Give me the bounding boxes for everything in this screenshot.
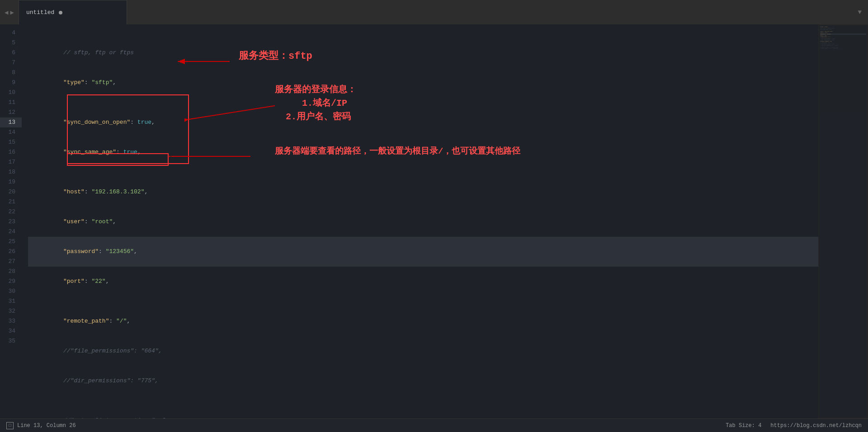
line-num-15: 15 [0,137,22,147]
editor-tab[interactable]: untitled [19,0,127,24]
line-num-32: 32 [0,306,22,316]
line-num-22: 22 [0,207,22,217]
status-right: Tab Size: 4 https://blog.csdn.net/lzhcqn [726,423,862,429]
code-line-4 [28,28,818,38]
code-line-10 [28,167,818,177]
arrow-path-svg [169,152,250,161]
line-num-13: 13 [0,117,22,127]
tab-size-label: Tab Size: 4 [726,423,761,429]
line-num-5: 5 [0,38,22,48]
arrow-login-svg [184,97,275,124]
tab-title: untitled [26,9,54,16]
code-line-5: // sftp, ftp or ftps [28,38,818,68]
status-icon: □ [6,422,14,429]
line-num-19: 19 [0,177,22,187]
nav-back-icon[interactable]: ◀ [5,9,8,16]
line-num-21: 21 [0,197,22,207]
line-num-34: 34 [0,326,22,336]
minimap: "type": "sftp", "sync_down_on_open": tru… [818,24,868,418]
editor-area: 4 5 6 7 8 9 10 11 12 13 14 15 16 17 18 1… [0,24,868,418]
line-num-25: 25 [0,237,22,247]
line-num-4: 4 [0,28,22,38]
line-num-23: 23 [0,217,22,227]
line-num-11: 11 [0,98,22,108]
code-line-11: "host": "192.168.3.102", [28,177,818,207]
code-line-9: "sync_same_age": true, [28,137,818,167]
line-num-9: 9 [0,78,22,88]
code-line-13: "password": "123456", [28,237,818,267]
line-num-17: 17 [0,157,22,167]
line-num-29: 29 [0,277,22,286]
line-num-6: 6 [0,48,22,58]
line-num-28: 28 [0,267,22,277]
line-num-31: 31 [0,296,22,306]
titlebar-right: ▼ [858,9,868,16]
nav-forward-icon[interactable]: ▶ [10,9,14,16]
nav-arrows[interactable]: ◀ ▶ [0,9,19,16]
code-line-17: //"file_permissions": "664", [28,336,818,366]
code-line-16: "remote_path": "/", [28,306,818,336]
line-numbers: 4 5 6 7 8 9 10 11 12 13 14 15 16 17 18 1… [0,24,22,418]
titlebar: ◀ ▶ untitled ▼ [0,0,868,24]
line-num-18: 18 [0,167,22,177]
line-num-24: 24 [0,227,22,237]
cursor-position: Line 13, Column 26 [17,423,76,429]
tab-modified-indicator [59,11,62,14]
code-line-20: //"extra_list_connections": 0, [28,406,818,418]
code-line-14: "port": "22", [28,267,818,296]
line-num-16: 16 [0,147,22,157]
dropdown-icon[interactable]: ▼ [858,9,862,16]
line-num-30: 30 [0,286,22,296]
code-line-8: "sync_down_on_open": true, [28,108,818,137]
status-left: □ Line 13, Column 26 [6,422,76,429]
statusbar: □ Line 13, Column 26 Tab Size: 4 https:/… [0,418,868,432]
code-line-15 [28,296,818,306]
code-line-7 [28,98,818,108]
code-line-6: "type": "sftp", [28,68,818,98]
line-num-33: 33 [0,316,22,326]
line-num-12: 12 [0,108,22,117]
code-line-18: //"dir_permissions": "775", [28,366,818,396]
line-num-20: 20 [0,187,22,197]
line-num-26: 26 [0,247,22,257]
line-num-27: 27 [0,257,22,267]
line-num-7: 7 [0,58,22,68]
blog-url: https://blog.csdn.net/lzhcqn [770,423,862,429]
line-num-10: 10 [0,88,22,98]
line-num-14: 14 [0,127,22,137]
line-num-8: 8 [0,68,22,78]
line-num-35: 35 [0,336,22,346]
code-line-12: "user": "root", [28,207,818,237]
code-line-19 [28,396,818,406]
code-content[interactable]: // sftp, ftp or ftps "type": "sftp", "sy… [22,24,818,418]
svg-line-3 [189,106,275,119]
